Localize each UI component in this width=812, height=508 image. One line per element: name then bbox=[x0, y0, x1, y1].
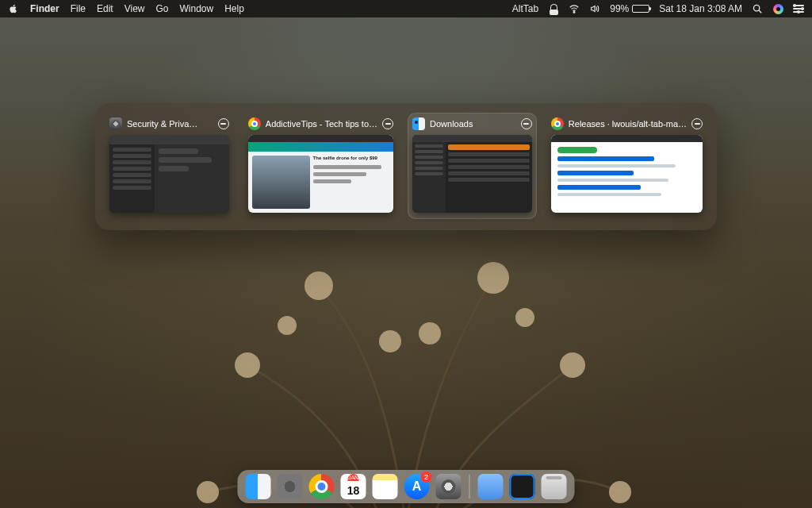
dock-separator bbox=[469, 475, 470, 498]
window-title: Security & Priva… bbox=[127, 119, 213, 129]
dock-downloads-folder[interactable] bbox=[478, 474, 504, 499]
wifi-icon[interactable] bbox=[569, 3, 580, 14]
svg-point-5 bbox=[560, 352, 585, 378]
dock-system-preferences[interactable] bbox=[436, 474, 462, 499]
spotlight-icon[interactable] bbox=[752, 3, 763, 14]
window-thumbnail: The selfie drone for only $99 bbox=[248, 135, 393, 213]
dock: JAN 18 2 bbox=[238, 470, 575, 503]
svg-point-2 bbox=[304, 271, 333, 300]
window-title: AddictiveTips - Tech tips to… bbox=[266, 119, 377, 129]
window-tile-security[interactable]: Security & Priva… bbox=[105, 113, 234, 219]
menubar: Finder File Edit View Go Window Help Alt… bbox=[0, 0, 812, 17]
finder-icon bbox=[412, 117, 425, 130]
minimize-indicator-icon[interactable] bbox=[691, 118, 703, 129]
menu-file[interactable]: File bbox=[71, 3, 86, 14]
window-thumbnail bbox=[109, 135, 229, 213]
battery-icon bbox=[632, 5, 649, 13]
volume-icon[interactable] bbox=[589, 3, 600, 14]
svg-point-1 bbox=[753, 5, 759, 10]
window-tile-releases[interactable]: Releases · lwouis/alt-tab-ma… bbox=[546, 113, 707, 219]
svg-point-9 bbox=[609, 481, 631, 503]
calendar-day: 18 bbox=[347, 481, 360, 499]
window-tile-downloads[interactable]: Downloads bbox=[408, 113, 537, 219]
lock-icon[interactable] bbox=[548, 3, 559, 14]
dock-calendar[interactable]: JAN 18 bbox=[341, 474, 366, 499]
menu-edit[interactable]: Edit bbox=[97, 3, 113, 14]
window-tile-head: AddictiveTips - Tech tips to… bbox=[248, 117, 393, 130]
minimize-indicator-icon[interactable] bbox=[521, 118, 532, 129]
calendar-month: JAN bbox=[348, 474, 358, 481]
menu-help[interactable]: Help bbox=[224, 3, 244, 14]
menubar-left: Finder File Edit View Go Window Help bbox=[8, 3, 244, 14]
svg-point-7 bbox=[515, 308, 534, 327]
svg-point-8 bbox=[197, 481, 219, 503]
window-title: Releases · lwouis/alt-tab-ma… bbox=[569, 119, 687, 129]
menu-go[interactable]: Go bbox=[156, 3, 169, 14]
window-title: Downloads bbox=[430, 119, 516, 129]
alt-tab-switcher: Security & Priva… AddictiveTips - Tech t… bbox=[95, 103, 717, 230]
minimize-indicator-icon[interactable] bbox=[382, 118, 393, 129]
article-headline: The selfie drone for only $99 bbox=[313, 156, 386, 162]
dock-trash[interactable] bbox=[542, 474, 567, 499]
dock-recent-stack[interactable] bbox=[510, 474, 535, 499]
active-app-name[interactable]: Finder bbox=[30, 3, 59, 14]
alttab-menu-extra[interactable]: AltTab bbox=[512, 3, 538, 14]
siri-icon[interactable] bbox=[772, 3, 783, 14]
svg-point-4 bbox=[235, 352, 260, 378]
battery-status[interactable]: 99% bbox=[610, 3, 649, 14]
dock-launchpad[interactable] bbox=[278, 474, 303, 499]
menu-view[interactable]: View bbox=[124, 3, 145, 14]
menu-window[interactable]: Window bbox=[180, 3, 214, 14]
system-preferences-icon bbox=[109, 117, 122, 130]
dock-appstore[interactable]: 2 bbox=[404, 474, 430, 499]
battery-percent: 99% bbox=[610, 3, 629, 14]
apple-menu[interactable] bbox=[8, 3, 19, 14]
clock[interactable]: Sat 18 Jan 3:08 AM bbox=[659, 3, 742, 14]
chrome-icon bbox=[551, 117, 564, 130]
minimize-indicator-icon[interactable] bbox=[218, 118, 229, 129]
control-center-icon[interactable] bbox=[793, 3, 804, 14]
dock-chrome[interactable] bbox=[309, 474, 335, 499]
menubar-right: AltTab 99% Sat 18 Jan 3:08 AM bbox=[512, 3, 804, 14]
svg-point-3 bbox=[477, 262, 509, 294]
window-tile-head: Downloads bbox=[412, 117, 532, 130]
window-thumbnail bbox=[412, 135, 532, 213]
svg-point-11 bbox=[419, 322, 441, 344]
window-thumbnail bbox=[551, 135, 703, 213]
svg-point-6 bbox=[278, 316, 297, 335]
window-tile-addictivetips[interactable]: AddictiveTips - Tech tips to… The selfie… bbox=[243, 113, 398, 219]
svg-point-10 bbox=[379, 330, 401, 352]
chrome-icon bbox=[248, 117, 261, 130]
desktop-wallpaper bbox=[0, 0, 812, 508]
dock-notes[interactable] bbox=[373, 474, 398, 499]
dock-finder[interactable] bbox=[246, 474, 271, 499]
window-tile-head: Security & Priva… bbox=[109, 117, 229, 130]
svg-point-0 bbox=[573, 12, 575, 13]
window-tile-head: Releases · lwouis/alt-tab-ma… bbox=[551, 117, 703, 130]
appstore-badge: 2 bbox=[421, 471, 432, 483]
